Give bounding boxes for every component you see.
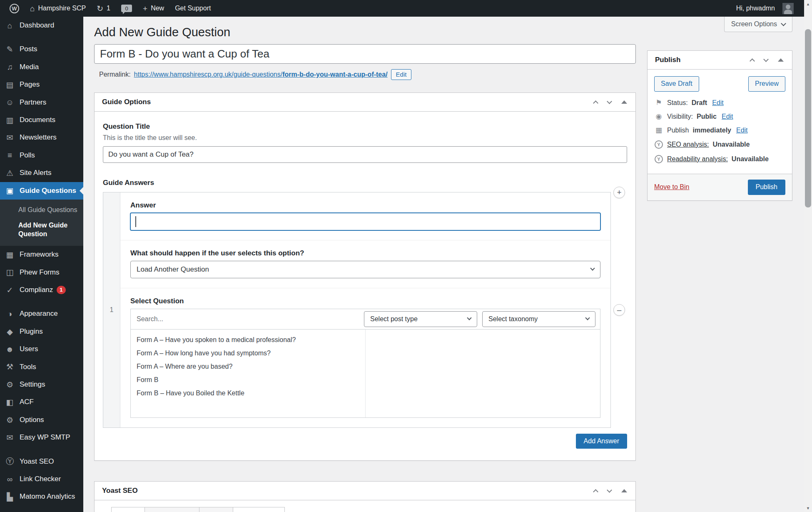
- edit-schedule-link[interactable]: Edit: [736, 127, 748, 134]
- question-option[interactable]: Form B – Have you Boiled the Kettle: [131, 387, 365, 400]
- sidebar-item-label: Posts: [20, 45, 37, 53]
- matomo-icon: [5, 493, 15, 501]
- sidebar-item-guide-questions[interactable]: Guide Questions: [0, 182, 83, 200]
- answer-field: Answer: [120, 192, 610, 240]
- permalink-link[interactable]: https://www.hampshirescp.org.uk/guide-qu…: [134, 71, 388, 78]
- permalink-label: Permalink:: [99, 71, 131, 78]
- question-option[interactable]: Form A – How long have you had symptoms?: [131, 347, 365, 360]
- sidebar-item-tools[interactable]: Tools: [0, 358, 83, 376]
- sidebar-item-link-checker[interactable]: Link Checker: [0, 470, 83, 488]
- sidebar-item-add-new-guide-question[interactable]: Add New Guide Question: [0, 218, 83, 242]
- edit-permalink-button[interactable]: Edit: [391, 69, 412, 80]
- post-title-input[interactable]: [94, 44, 636, 64]
- action-select[interactable]: Load Another Question: [130, 261, 600, 278]
- complianz-icon: [5, 286, 15, 294]
- move-up-icon[interactable]: [593, 489, 598, 495]
- scrollbar-thumb[interactable]: [805, 29, 811, 207]
- sidebar-item-dashboard[interactable]: Dashboard: [0, 17, 83, 34]
- sidebar-item-label: Guide Questions: [20, 187, 76, 195]
- publish-button[interactable]: Publish: [748, 180, 785, 195]
- scroll-down-arrow[interactable]: ▼: [804, 504, 812, 512]
- question-title-input[interactable]: [103, 146, 627, 163]
- account-menu[interactable]: Hi, phwadmn: [731, 0, 799, 17]
- preview-button[interactable]: Preview: [748, 76, 785, 92]
- post-type-select[interactable]: Select post type: [364, 311, 477, 327]
- add-row-button[interactable]: +: [613, 187, 625, 198]
- site-menu[interactable]: ⌂Hampshire SCP: [25, 0, 91, 17]
- answer-input[interactable]: [130, 213, 600, 230]
- add-answer-button[interactable]: Add Answer: [576, 434, 627, 449]
- updates-button[interactable]: ↻1: [91, 0, 116, 17]
- tab-social[interactable]: [233, 507, 285, 512]
- move-up-icon[interactable]: [750, 58, 755, 64]
- question-option[interactable]: Form A – Have you spoken to a medical pr…: [131, 333, 365, 347]
- text-caret: [135, 216, 136, 227]
- sidebar-item-site-alerts[interactable]: Site Alerts: [0, 164, 83, 182]
- save-draft-button[interactable]: Save Draft: [654, 76, 699, 92]
- tab-readability[interactable]: [145, 507, 199, 512]
- sidebar-item-settings[interactable]: Settings: [0, 376, 83, 393]
- yoast-seo-metabox: Yoast SEO: [94, 481, 636, 512]
- sidebar-item-phew-forms[interactable]: Phew Forms: [0, 264, 83, 281]
- comments-button[interactable]: 0: [116, 0, 137, 17]
- collapse-icon[interactable]: [778, 58, 784, 62]
- scrollbar[interactable]: ▲ ▼: [804, 0, 812, 512]
- edit-status-link[interactable]: Edit: [712, 99, 724, 107]
- move-down-icon[interactable]: [607, 99, 612, 104]
- media-icon: [5, 63, 15, 71]
- sidebar-item-easy-wp-smtp[interactable]: Easy WP SMTP: [0, 429, 83, 446]
- sidebar-item-partners[interactable]: Partners: [0, 94, 83, 111]
- question-option[interactable]: Form A – Where are you based?: [131, 360, 365, 373]
- new-label: New: [151, 5, 164, 12]
- sidebar-item-complianz[interactable]: Complianz1: [0, 281, 83, 299]
- taxonomy-select[interactable]: Select taxonomy: [482, 311, 595, 327]
- sidebar-item-options[interactable]: Options: [0, 411, 83, 429]
- metabox-header[interactable]: Yoast SEO: [95, 482, 635, 500]
- metabox-header[interactable]: Publish: [648, 51, 792, 70]
- sidebar-item-media[interactable]: Media: [0, 58, 83, 76]
- sidebar-item-frameworks[interactable]: Frameworks: [0, 246, 83, 263]
- new-content-button[interactable]: +New: [137, 0, 169, 17]
- move-down-icon[interactable]: [763, 57, 769, 62]
- visibility-row: ◉ Visibility: Public Edit: [654, 113, 785, 120]
- posts-icon: [5, 45, 15, 53]
- sidebar-item-label: Site Alerts: [20, 169, 52, 177]
- sidebar-item-appearance[interactable]: Appearance: [0, 305, 83, 322]
- sidebar-item-newsletters[interactable]: Newsletters: [0, 129, 83, 146]
- row-number[interactable]: 1: [103, 192, 120, 427]
- move-down-icon[interactable]: [607, 487, 612, 493]
- sidebar-item-all-guide-questions[interactable]: All Guide Questions: [0, 202, 83, 218]
- relationship-filters: Select post type Select taxonomy: [131, 309, 600, 330]
- scroll-up-arrow[interactable]: ▲: [804, 0, 812, 8]
- move-up-icon[interactable]: [593, 100, 598, 106]
- collapse-icon[interactable]: [621, 100, 627, 104]
- move-to-bin-link[interactable]: Move to Bin: [654, 183, 689, 191]
- sidebar-item-yoast-seo[interactable]: Yoast SEO: [0, 453, 83, 470]
- wordpress-logo-menu[interactable]: W: [4, 0, 25, 17]
- sidebar-item-pages[interactable]: Pages: [0, 76, 83, 93]
- question-option[interactable]: Form B: [131, 373, 365, 387]
- tab-seo[interactable]: [111, 507, 145, 512]
- question-search-input[interactable]: [131, 311, 359, 327]
- sidebar-item-plugins[interactable]: Plugins: [0, 323, 83, 340]
- sidebar-item-acf[interactable]: ACF: [0, 393, 83, 411]
- metabox-header[interactable]: Guide Options: [95, 93, 635, 112]
- sidebar-item-documents[interactable]: Documents: [0, 111, 83, 129]
- edit-visibility-link[interactable]: Edit: [722, 113, 733, 120]
- tab-schema[interactable]: [199, 507, 233, 512]
- sidebar-item-users[interactable]: Users: [0, 340, 83, 358]
- collapse-icon[interactable]: [621, 489, 627, 492]
- sidebar-item-posts[interactable]: Posts: [0, 40, 83, 58]
- get-support-button[interactable]: Get Support: [169, 0, 216, 17]
- screen-options-button[interactable]: Screen Options: [724, 17, 792, 32]
- plugins-icon: [5, 328, 15, 336]
- account-greeting: Hi, phwadmn: [736, 5, 775, 12]
- seo-analysis-value: Unavailable: [712, 141, 750, 148]
- readability-analysis-link[interactable]: Readability analysis:: [667, 155, 728, 163]
- sidebar-item-polls[interactable]: Polls: [0, 147, 83, 164]
- seo-analysis-link[interactable]: SEO analysis:: [667, 141, 709, 148]
- sidebar-item-matomo-analytics[interactable]: Matomo Analytics: [0, 488, 83, 505]
- home-icon: ⌂: [30, 5, 35, 12]
- remove-row-button[interactable]: –: [613, 304, 625, 316]
- chevron-down-icon: [590, 266, 595, 270]
